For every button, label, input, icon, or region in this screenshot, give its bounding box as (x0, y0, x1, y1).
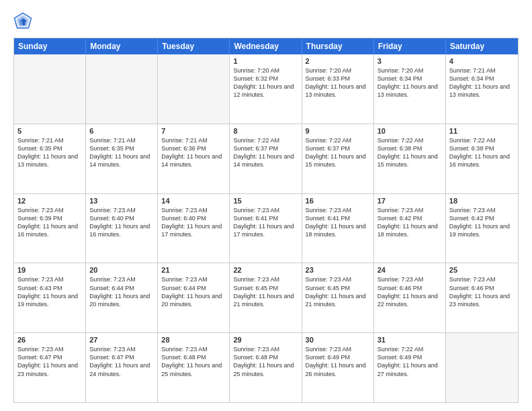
calendar-cell (158, 54, 230, 124)
calendar-cell (14, 54, 86, 124)
cell-text-line: Daylight: 11 hours and 17 minutes. (161, 222, 226, 238)
cell-text-line: Sunrise: 7:22 AM (378, 345, 442, 353)
page: SundayMondayTuesdayWednesdayThursdayFrid… (0, 0, 532, 411)
calendar-header: SundayMondayTuesdayWednesdayThursdayFrid… (14, 38, 518, 54)
calendar-cell: 27Sunrise: 7:23 AMSunset: 6:47 PMDayligh… (86, 333, 158, 402)
cell-text-line: Sunset: 6:44 PM (161, 284, 226, 292)
day-number: 20 (89, 266, 154, 274)
cell-text-line: Sunset: 6:49 PM (306, 353, 370, 361)
calendar-cell: 8Sunrise: 7:22 AMSunset: 6:37 PMDaylight… (230, 124, 302, 193)
cell-text-line: Daylight: 11 hours and 13 minutes. (378, 83, 442, 99)
cell-text-line: Sunrise: 7:22 AM (233, 136, 298, 144)
cell-text-line: Sunrise: 7:23 AM (233, 345, 298, 353)
cell-text-line: Sunrise: 7:23 AM (306, 275, 370, 283)
cell-text-line: Daylight: 11 hours and 19 minutes. (449, 222, 515, 238)
cell-text-line: Sunrise: 7:23 AM (17, 206, 82, 214)
day-number: 4 (449, 57, 515, 65)
cell-text-line: Sunset: 6:46 PM (449, 284, 515, 292)
cell-text-line: Daylight: 11 hours and 24 minutes. (89, 361, 154, 377)
header-day-tuesday: Tuesday (158, 38, 230, 54)
cell-text-line: Daylight: 11 hours and 20 minutes. (89, 292, 154, 308)
cell-text-line: Sunset: 6:45 PM (306, 284, 370, 292)
cell-text-line: Sunset: 6:48 PM (161, 353, 226, 361)
cell-text-line: Sunrise: 7:22 AM (306, 136, 370, 144)
header-day-sunday: Sunday (14, 38, 86, 54)
cell-text-line: Sunrise: 7:20 AM (233, 66, 298, 75)
calendar-cell: 13Sunrise: 7:23 AMSunset: 6:40 PMDayligh… (86, 194, 158, 263)
day-number: 12 (17, 197, 82, 205)
cell-text-line: Sunset: 6:49 PM (378, 353, 442, 361)
header-day-wednesday: Wednesday (230, 38, 302, 54)
header-day-monday: Monday (86, 38, 158, 54)
cell-text-line: Sunset: 6:34 PM (449, 75, 515, 83)
cell-text-line: Sunset: 6:43 PM (17, 284, 82, 292)
cell-text-line: Sunrise: 7:23 AM (89, 345, 154, 353)
cell-text-line: Sunrise: 7:22 AM (449, 136, 515, 144)
cell-text-line: Sunrise: 7:20 AM (378, 66, 442, 75)
cell-text-line: Sunset: 6:42 PM (378, 214, 442, 222)
day-number: 30 (306, 336, 370, 344)
cell-text-line: Daylight: 11 hours and 17 minutes. (233, 222, 298, 238)
header-day-saturday: Saturday (446, 38, 518, 54)
calendar-cell: 26Sunrise: 7:23 AMSunset: 6:47 PMDayligh… (14, 333, 86, 402)
cell-text-line: Daylight: 11 hours and 23 minutes. (449, 292, 515, 308)
calendar-cell: 17Sunrise: 7:23 AMSunset: 6:42 PMDayligh… (374, 194, 446, 263)
calendar-cell (86, 54, 158, 124)
cell-text-line: Sunrise: 7:23 AM (161, 345, 226, 353)
cell-text-line: Daylight: 11 hours and 20 minutes. (161, 292, 226, 308)
day-number: 11 (449, 127, 515, 135)
day-number: 19 (17, 266, 82, 274)
calendar-cell: 23Sunrise: 7:23 AMSunset: 6:45 PMDayligh… (302, 263, 374, 332)
cell-text-line: Sunset: 6:35 PM (89, 144, 154, 152)
day-number: 3 (378, 57, 442, 65)
cell-text-line: Daylight: 11 hours and 15 minutes. (378, 152, 442, 169)
cell-text-line: Sunset: 6:37 PM (306, 144, 370, 152)
day-number: 13 (89, 197, 154, 205)
calendar-cell: 5Sunrise: 7:21 AMSunset: 6:35 PMDaylight… (14, 124, 86, 193)
cell-text-line: Sunrise: 7:23 AM (17, 275, 82, 283)
calendar-cell: 30Sunrise: 7:23 AMSunset: 6:49 PMDayligh… (302, 333, 374, 402)
cell-text-line: Sunset: 6:38 PM (378, 144, 442, 152)
cell-text-line: Sunrise: 7:21 AM (89, 136, 154, 144)
cell-text-line: Sunrise: 7:23 AM (306, 206, 370, 214)
day-number: 1 (233, 57, 298, 65)
day-number: 9 (306, 127, 370, 135)
cell-text-line: Sunset: 6:39 PM (17, 214, 82, 222)
day-number: 29 (233, 336, 298, 344)
calendar: SundayMondayTuesdayWednesdayThursdayFrid… (13, 38, 519, 403)
cell-text-line: Sunset: 6:37 PM (233, 144, 298, 152)
day-number: 2 (306, 57, 370, 65)
calendar-cell: 11Sunrise: 7:22 AMSunset: 6:38 PMDayligh… (446, 124, 518, 193)
cell-text-line: Sunset: 6:42 PM (449, 214, 515, 222)
day-number: 15 (233, 197, 298, 205)
cell-text-line: Sunrise: 7:23 AM (306, 345, 370, 353)
cell-text-line: Sunrise: 7:22 AM (378, 136, 442, 144)
day-number: 14 (161, 197, 226, 205)
calendar-cell: 2Sunrise: 7:20 AMSunset: 6:33 PMDaylight… (302, 54, 374, 124)
cell-text-line: Sunset: 6:33 PM (306, 75, 370, 83)
calendar-cell: 15Sunrise: 7:23 AMSunset: 6:41 PMDayligh… (230, 194, 302, 263)
day-number: 5 (17, 127, 82, 135)
cell-text-line: Sunrise: 7:23 AM (161, 275, 226, 283)
day-number: 7 (161, 127, 226, 135)
cell-text-line: Daylight: 11 hours and 18 minutes. (378, 222, 442, 238)
calendar-cell: 14Sunrise: 7:23 AMSunset: 6:40 PMDayligh… (158, 194, 230, 263)
cell-text-line: Daylight: 11 hours and 26 minutes. (306, 361, 370, 377)
cell-text-line: Sunrise: 7:21 AM (449, 66, 515, 75)
cell-text-line: Daylight: 11 hours and 22 minutes. (378, 292, 442, 308)
calendar-cell: 29Sunrise: 7:23 AMSunset: 6:48 PMDayligh… (230, 333, 302, 402)
cell-text-line: Sunset: 6:40 PM (161, 214, 226, 222)
cell-text-line: Daylight: 11 hours and 13 minutes. (17, 152, 82, 169)
day-number: 22 (233, 266, 298, 274)
cell-text-line: Sunset: 6:41 PM (306, 214, 370, 222)
cell-text-line: Sunset: 6:47 PM (17, 353, 82, 361)
cell-text-line: Daylight: 11 hours and 19 minutes. (17, 292, 82, 308)
calendar-row-1: 5Sunrise: 7:21 AMSunset: 6:35 PMDaylight… (14, 124, 518, 193)
calendar-row-3: 19Sunrise: 7:23 AMSunset: 6:43 PMDayligh… (14, 263, 518, 332)
cell-text-line: Daylight: 11 hours and 16 minutes. (89, 222, 154, 238)
day-number: 28 (161, 336, 226, 344)
cell-text-line: Daylight: 11 hours and 25 minutes. (161, 361, 226, 377)
calendar-cell: 16Sunrise: 7:23 AMSunset: 6:41 PMDayligh… (302, 194, 374, 263)
header-day-friday: Friday (374, 38, 446, 54)
cell-text-line: Sunrise: 7:20 AM (306, 66, 370, 75)
